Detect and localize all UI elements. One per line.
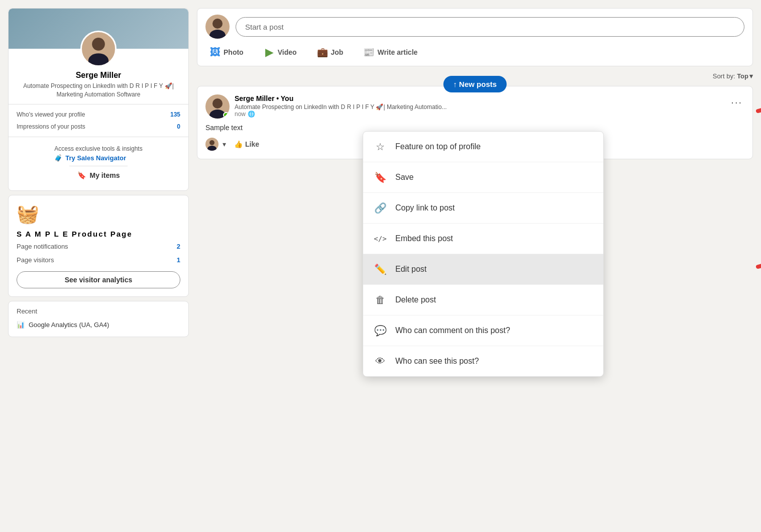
- post-creator-card: Start a post 🖼 Photo ▶ Video 💼 Job 📰 Wri…: [197, 8, 753, 66]
- left-sidebar: Serge Miller Automate Prospecting on Lin…: [8, 8, 189, 524]
- product-icon: 🧺: [17, 203, 180, 225]
- product-card: 🧺 S A M P L E Product Page Page notifica…: [8, 195, 189, 297]
- photo-button[interactable]: 🖼 Photo: [205, 45, 248, 60]
- product-content: 🧺 S A M P L E Product Page Page notifica…: [9, 195, 188, 296]
- post-author-subtitle: Automate Prospecting on LinkedIn with D …: [235, 103, 724, 111]
- post-input-row: Start a post: [205, 15, 744, 39]
- dropdown-copy-link-label: Copy link to post: [395, 203, 455, 212]
- my-items-label: My items: [90, 171, 120, 179]
- profile-card: Serge Miller Automate Prospecting on Lin…: [8, 8, 189, 191]
- dropdown-save[interactable]: 🔖 Save: [363, 162, 603, 193]
- dropdown-who-can-see[interactable]: 👁 Who can see this post?: [363, 346, 603, 376]
- stat-impressions[interactable]: Impressions of your posts 0: [17, 121, 180, 133]
- svg-point-7: [207, 146, 216, 151]
- new-posts-button[interactable]: ↑ New posts: [443, 76, 507, 92]
- stat-impressions-label: Impressions of your posts: [17, 123, 85, 130]
- edit-icon: ✏️: [373, 262, 387, 276]
- dropdown-edit-label: Edit post: [395, 265, 426, 274]
- job-icon: 💼: [317, 47, 328, 58]
- profile-name: Serge Miller: [76, 71, 122, 80]
- svg-point-4: [212, 98, 223, 109]
- code-icon: </>: [373, 232, 387, 246]
- stat-impressions-value: 0: [177, 123, 180, 130]
- svg-point-0: [92, 38, 105, 51]
- stat-views-label: Who's viewed your profile: [17, 111, 85, 118]
- page-visitors-label: Page visitors: [17, 256, 54, 264]
- recent-item-ga[interactable]: 📊 Google Analytics (UA, GA4): [17, 319, 180, 331]
- post-section: ↑ New posts Serge Miller • You: [197, 86, 753, 159]
- stat-views-value: 135: [170, 111, 180, 118]
- dropdown-feature-label: Feature on top of profile: [395, 142, 481, 151]
- trash-icon: 🗑: [373, 293, 387, 307]
- svg-point-1: [88, 53, 108, 65]
- divider: [9, 137, 188, 137]
- page-visitors-row[interactable]: Page visitors 1: [17, 255, 180, 265]
- online-indicator: [223, 112, 229, 118]
- red-arrow-top: [753, 101, 761, 143]
- start-a-post-input[interactable]: Start a post: [236, 17, 744, 37]
- video-icon: ▶: [264, 47, 275, 58]
- sort-by-label: Sort by:: [713, 72, 735, 80]
- write-article-button[interactable]: 📰 Write article: [359, 45, 421, 60]
- product-name: S A M P L E Product Page: [17, 230, 180, 238]
- profile-description: Automate Prospecting on LinkedIn with D …: [9, 82, 188, 99]
- svg-point-6: [209, 140, 214, 145]
- main-content: Start a post 🖼 Photo ▶ Video 💼 Job 📰 Wri…: [197, 8, 753, 524]
- post-author-avatar: [205, 94, 230, 119]
- red-arrow-bottom: [753, 257, 761, 298]
- sort-value: Top: [737, 72, 748, 80]
- video-button[interactable]: ▶ Video: [260, 45, 301, 60]
- stat-views[interactable]: Who's viewed your profile 135: [17, 109, 180, 121]
- post-actions-row: 🖼 Photo ▶ Video 💼 Job 📰 Write article: [205, 45, 744, 60]
- dropdown-embed-label: Embed this post: [395, 234, 453, 243]
- try-sales-navigator-link[interactable]: 🧳 Try Sales Navigator: [54, 154, 142, 162]
- dropdown-embed[interactable]: </> Embed this post: [363, 224, 603, 254]
- recent-title: Recent: [17, 307, 180, 315]
- dropdown-who-can-comment[interactable]: 💬 Who can comment on this post?: [363, 315, 603, 346]
- post-options-dropdown: ☆ Feature on top of profile 🔖 Save 🔗 Cop…: [363, 131, 604, 377]
- post-options-button[interactable]: ···: [729, 94, 744, 110]
- avatar: [80, 31, 117, 67]
- see-visitor-analytics-button[interactable]: See visitor analytics: [17, 271, 180, 288]
- eye-icon: 👁: [373, 354, 387, 368]
- user-avatar-small: [205, 15, 230, 39]
- briefcase-icon: 🧳: [54, 154, 62, 162]
- dropdown-delete-label: Delete post: [395, 295, 436, 304]
- dropdown-see-label: Who can see this post?: [395, 357, 479, 366]
- promo-text: Access exclusive tools & insights: [54, 145, 142, 152]
- photo-icon: 🖼: [209, 47, 221, 58]
- recent-item-label: Google Analytics (UA, GA4): [29, 321, 109, 329]
- dropdown-save-label: Save: [395, 173, 413, 182]
- thumbs-up-icon: 👍: [234, 140, 243, 148]
- svg-point-3: [209, 30, 226, 39]
- globe-icon: 🌐: [248, 111, 255, 118]
- post-text: Sample text: [205, 124, 744, 132]
- reaction-avatar: [205, 138, 219, 151]
- post-time: now 🌐: [235, 111, 724, 118]
- dropdown-comment-label: Who can comment on this post?: [395, 326, 510, 335]
- promo-section: Access exclusive tools & insights 🧳 Try …: [46, 141, 150, 166]
- page-notifications-value: 2: [177, 243, 180, 250]
- page-notifications-row[interactable]: Page notifications 2: [17, 241, 180, 252]
- chevron-down-icon-reaction[interactable]: ▾: [223, 140, 226, 148]
- bookmark-icon: 🔖: [77, 171, 86, 179]
- dropdown-copy-link[interactable]: 🔗 Copy link to post: [363, 193, 603, 224]
- recent-card: Recent 📊 Google Analytics (UA, GA4): [8, 301, 189, 337]
- star-icon: ☆: [373, 140, 387, 154]
- dropdown-edit-post[interactable]: ✏️ Edit post: [363, 254, 603, 285]
- comment-icon: 💬: [373, 324, 387, 338]
- dropdown-delete-post[interactable]: 🗑 Delete post: [363, 285, 603, 315]
- page-notifications-label: Page notifications: [17, 243, 68, 250]
- profile-stats: Who's viewed your profile 135 Impression…: [9, 104, 188, 133]
- dropdown-feature-on-top[interactable]: ☆ Feature on top of profile: [363, 132, 603, 162]
- my-items-row[interactable]: 🔖 My items: [69, 166, 128, 184]
- like-button[interactable]: 👍 Like: [230, 138, 263, 150]
- article-icon: 📰: [363, 47, 374, 58]
- post-author-name: Serge Miller • You: [235, 94, 724, 102]
- svg-point-2: [212, 19, 223, 29]
- job-button[interactable]: 💼 Job: [313, 45, 348, 60]
- bookmark-icon-dropdown: 🔖: [373, 170, 387, 184]
- sort-top-button[interactable]: Top ▾: [737, 72, 753, 80]
- chevron-down-icon: ▾: [749, 72, 753, 80]
- post-author-info: Serge Miller • You Automate Prospecting …: [235, 94, 724, 118]
